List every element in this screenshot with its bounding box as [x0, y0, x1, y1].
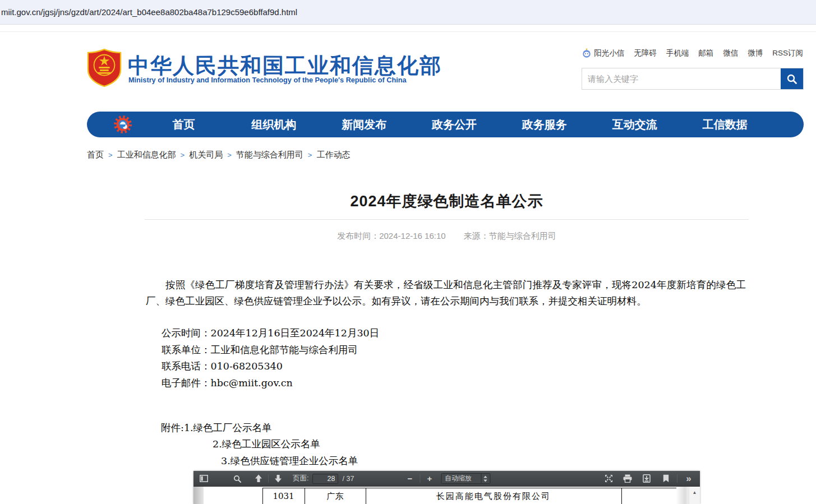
- print-icon: [623, 474, 632, 483]
- national-emblem-logo: [87, 49, 122, 87]
- pdf-page: 1031 广东 长园高能电气股份有限公司: [204, 487, 676, 504]
- attachment-link-industrial-park[interactable]: 2.绿色工业园区公示名单: [213, 437, 320, 451]
- article-title: 2024年度绿色制造名单公示: [145, 191, 749, 211]
- pdf-scrollbar[interactable]: ▲: [689, 487, 700, 504]
- pdf-toolbar: 页面: / 37 − + 自动缩放: [193, 471, 700, 487]
- arrow-up-icon: [255, 474, 262, 483]
- article-paragraph: 按照《绿色工厂梯度培育及管理暂行办法》有关要求，经省级工业和信息化主管部门推荐及…: [146, 277, 746, 309]
- breadcrumb-home[interactable]: 首页: [87, 150, 104, 160]
- bookmark-icon: [663, 474, 669, 483]
- miit-gear-logo-icon: [113, 114, 133, 135]
- pdf-viewer: 页面: / 37 − + 自动缩放: [193, 471, 700, 504]
- page-number-input[interactable]: [312, 474, 338, 484]
- search-icon: [786, 73, 797, 85]
- arrow-down-icon: [274, 474, 282, 483]
- attachment-link-supply-chain[interactable]: 3.绿色供应链管理企业公示名单: [221, 454, 358, 468]
- zoom-controls: − + 自动缩放: [403, 473, 490, 485]
- title-divider: [145, 219, 749, 220]
- zoom-level-select[interactable]: 自动缩放: [441, 473, 490, 484]
- article-meta: 发布时间：2024-12-16 16:10 来源：节能与综合利用司: [145, 231, 749, 242]
- sidebar-toggle-button[interactable]: [197, 473, 210, 485]
- top-link-weibo[interactable]: 微博: [748, 48, 763, 58]
- scroll-up-arrow-icon: ▲: [693, 490, 697, 504]
- breadcrumb-separator: >: [108, 151, 113, 159]
- select-spinner-icon: [481, 474, 490, 483]
- contact-line-phone: 联系电话：010-68205340: [162, 358, 379, 375]
- contact-line-email: 电子邮件：hbc@miit.gov.cn: [162, 375, 379, 392]
- double-chevron-icon: »: [686, 474, 691, 483]
- contact-line-unit: 联系单位：工业和信息化部节能与综合利用司: [162, 342, 379, 359]
- pdf-content: 1031 广东 长园高能电气股份有限公司 ▲: [193, 487, 700, 504]
- next-page-button[interactable]: [271, 473, 285, 485]
- page: miit.gov.cn/jgsj/jns/gzdt/art/2024/art_b…: [0, 0, 816, 504]
- contact-info: 公示时间：2024年12月16日至2024年12月30日 联系单位：工业和信息化…: [162, 325, 379, 391]
- table-cell-province: 广东: [305, 491, 366, 502]
- toolbar-divider: [419, 474, 420, 483]
- table-cell-company: 长园高能电气股份有限公司: [366, 491, 621, 502]
- toolbar-divider: [268, 474, 269, 483]
- search-button[interactable]: [781, 68, 803, 89]
- table-border: [262, 488, 676, 488]
- zoom-out-button[interactable]: −: [403, 473, 417, 485]
- print-button[interactable]: [621, 473, 634, 485]
- table-cell-number: 1031: [262, 491, 305, 501]
- publish-time: 发布时间：2024-12-16 16:10: [337, 231, 445, 241]
- page-total: / 37: [342, 475, 354, 483]
- toolbar-overflow-button[interactable]: »: [682, 473, 695, 485]
- zoom-in-button[interactable]: +: [423, 473, 436, 485]
- zoom-level-value: 自动缩放: [441, 474, 481, 483]
- pdf-page-edge-shade: [676, 487, 689, 504]
- download-button[interactable]: [640, 473, 653, 485]
- fullscreen-icon: [605, 474, 613, 483]
- find-button[interactable]: [230, 473, 244, 485]
- sidebar-toggle-icon: [200, 475, 208, 482]
- contact-line-period: 公示时间：2024年12月16日至2024年12月30日: [162, 325, 379, 342]
- attachment-link-green-factory[interactable]: 附件:1.绿色工厂公示名单: [161, 421, 272, 434]
- top-link-rss[interactable]: RSS订阅: [772, 48, 803, 58]
- find-icon: [233, 475, 241, 483]
- download-icon: [643, 474, 651, 483]
- article-source: 来源：节能与综合利用司: [464, 231, 556, 241]
- table-border: [621, 488, 622, 504]
- page-label: 页面:: [293, 474, 308, 483]
- pdf-left-gutter: [193, 487, 204, 504]
- bookmark-button[interactable]: [659, 473, 672, 485]
- article: 2024年度绿色制造名单公示 发布时间：2024-12-16 16:10 来源：…: [145, 0, 749, 504]
- previous-page-button[interactable]: [252, 473, 265, 485]
- toolbar-divider: [677, 474, 677, 483]
- toolbar-right-group: »: [602, 473, 695, 485]
- presentation-mode-button[interactable]: [602, 473, 615, 485]
